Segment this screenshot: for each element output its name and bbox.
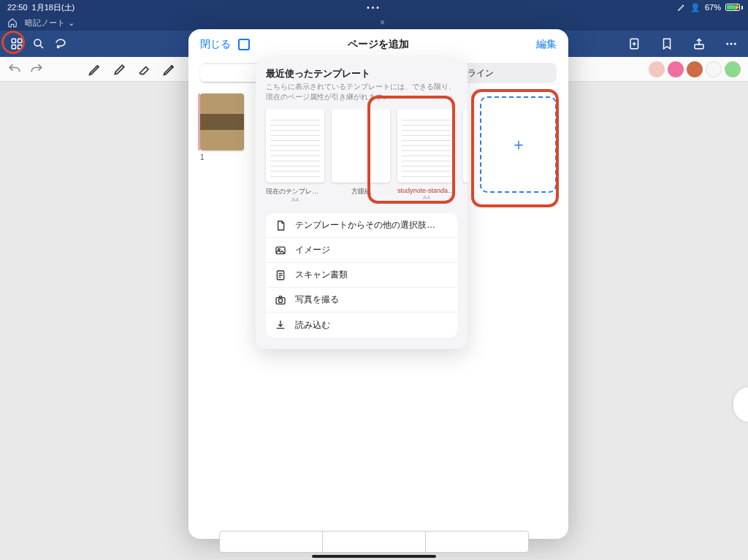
more-icon [725,37,738,50]
recent-templates-hint: こちらに表示されているテンプレートには、できる限り、現在のページ属性が引き継がれ… [256,82,468,110]
lasso-icon [54,37,67,50]
add-options-list: テンプレートからその他の選択肢… イメージ スキャン書類 写真を撮る 読み込む [266,213,457,337]
more-button[interactable] [720,33,742,55]
status-date: 1月18日(土) [32,2,75,13]
edit-button[interactable]: 編集 [536,38,557,51]
template-current-label: 現在のテンプレート [266,187,324,196]
pencil-status-icon [677,3,686,12]
page-strip-cell[interactable] [220,532,323,552]
svg-rect-0 [12,39,15,42]
svg-point-14 [278,299,282,302]
battery-percent: 67% [705,3,721,12]
svg-rect-3 [18,45,22,49]
template-grid-paper[interactable]: 方眼紙 [332,110,390,203]
home-indicator [312,555,436,558]
svg-point-9 [734,43,736,45]
template-studynote-sublabel: A4 [397,194,456,201]
search-icon [32,37,45,50]
add-page-popover: 最近使ったテンプレート こちらに表示されているテンプレートには、できる限り、現在… [256,58,468,349]
option-import-label: 読み込む [295,319,330,331]
home-icon[interactable] [7,18,18,28]
highlighter-tool-icon[interactable] [112,62,127,77]
template-current[interactable]: 現在のテンプレート A4 [266,110,324,203]
template-grid-thumb [332,110,390,183]
swatch-pink[interactable] [649,61,665,77]
share-icon [692,37,706,50]
eraser-tool-icon[interactable] [137,62,152,77]
option-scan-label: スキャン書類 [295,269,348,281]
chevron-down-icon: ⌄ [68,18,75,28]
color-swatches [649,61,741,77]
tab-close-icon[interactable]: × [380,18,385,28]
grid-view-button[interactable] [6,33,28,55]
page-thumbnail-image [200,93,244,150]
close-label: 閉じる [200,38,231,51]
shape-tool-icon[interactable] [162,62,177,77]
view-mode-icon[interactable] [238,39,250,50]
bookmark-icon [660,37,673,50]
svg-rect-1 [18,39,22,42]
user-icon: 👤 [690,3,701,12]
template-studynote-thumb [397,110,456,183]
page-number-label: 1 [200,153,244,161]
option-import[interactable]: 読み込む [266,312,457,337]
template-studynote-label: studynote-standard-refill [397,187,456,194]
bookmark-button[interactable] [656,33,678,55]
search-button[interactable] [28,33,50,55]
swatch-white[interactable] [706,61,722,77]
image-icon [275,245,286,256]
plus-icon: ＋ [511,134,527,156]
status-time: 22:50 [7,3,28,12]
add-page-icon [628,37,641,50]
template-current-thumb [266,110,324,183]
camera-icon [275,294,286,306]
option-more-templates-label: テンプレートからその他の選択肢… [295,219,435,231]
option-photo[interactable]: 写真を撮る [266,288,457,312]
share-button[interactable] [688,33,710,55]
template-current-sublabel: A4 [266,196,324,203]
pen-tool-icon[interactable] [88,62,102,77]
template-ruled-paper[interactable]: 罫紙 [463,110,468,203]
option-image-label: イメージ [295,244,330,256]
close-panel-button[interactable]: 閉じる [200,38,250,51]
add-page-card[interactable]: ＋ [480,96,557,193]
notebook-title-tab[interactable]: 暗記ノート ⌄ [25,18,75,28]
svg-rect-2 [12,45,15,49]
lasso-button[interactable] [50,33,72,55]
svg-point-7 [726,43,728,45]
undo-icon[interactable] [7,62,22,77]
battery-icon: ⚡ [725,4,741,11]
page-thumbnail-1[interactable]: 1 [200,93,244,161]
template-grid-label: 方眼紙 [332,187,390,196]
page-strip-cell[interactable] [323,532,426,552]
template-studynote[interactable]: studynote-standard-refill A4 [397,110,456,203]
redo-icon[interactable] [29,62,44,77]
option-photo-label: 写真を撮る [295,294,339,306]
template-ruled-label: 罫紙 [463,187,468,196]
notebook-title-label: 暗記ノート [25,18,65,28]
template-row: 現在のテンプレート A4 方眼紙 studynote-standard-refi… [256,110,468,203]
panel-title: ページを追加 [348,38,409,51]
grid-icon [10,37,23,50]
option-scan[interactable]: スキャン書類 [266,263,457,288]
recent-templates-heading: 最近使ったテンプレート [256,67,468,82]
svg-point-4 [34,39,41,46]
tab-dots-icon: ••• [367,4,381,12]
title-bar: 暗記ノート ⌄ × [0,15,748,31]
bottom-page-strip [219,531,529,553]
swatch-brown[interactable] [687,61,703,77]
option-image[interactable]: イメージ [266,238,457,263]
swatch-green[interactable] [725,61,741,77]
page-strip-cell[interactable] [426,532,528,552]
scan-icon [275,269,286,281]
swatch-magenta[interactable] [668,61,684,77]
edit-label: 編集 [536,38,557,50]
option-more-templates[interactable]: テンプレートからその他の選択肢… [266,213,457,238]
svg-point-8 [730,43,733,45]
add-page-button[interactable] [624,33,646,55]
status-bar: 22:50 1月18日(土) ••• 👤 67% ⚡ [0,0,748,15]
template-ruled-thumb [463,110,468,183]
download-icon [275,319,286,331]
document-icon [275,220,286,231]
